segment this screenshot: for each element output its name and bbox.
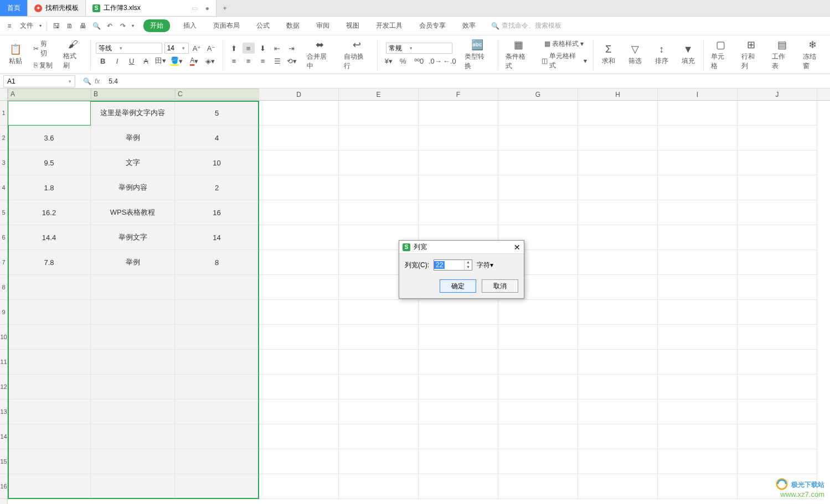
cell[interactable]	[175, 350, 259, 375]
cell[interactable]	[738, 101, 817, 126]
format-painter-button[interactable]: 🖌格式刷	[61, 38, 85, 71]
cell[interactable]: 这里是举例文字内容	[91, 101, 175, 126]
column-header[interactable]: D	[259, 89, 339, 100]
cell[interactable]	[339, 399, 419, 424]
row-header[interactable]: 14	[0, 424, 7, 449]
row-header[interactable]: 11	[0, 350, 7, 375]
cell[interactable]	[339, 424, 419, 449]
cell[interactable]	[259, 424, 339, 449]
column-header[interactable]: I	[658, 89, 738, 100]
ribbon-tab-insert[interactable]: 插入	[180, 19, 200, 32]
cell[interactable]	[658, 126, 738, 150]
cell[interactable]	[658, 325, 738, 350]
ribbon-tab-review[interactable]: 审阅	[313, 19, 333, 32]
cell[interactable]	[498, 175, 578, 200]
cell[interactable]	[578, 300, 658, 325]
cells-grid[interactable]: 5.4这里是举例文字内容53.6举例49.5文字101.8举例内容216.2WP…	[8, 101, 830, 504]
justify-icon[interactable]: ☰	[271, 55, 283, 66]
saveas-icon[interactable]: 🗎	[64, 20, 76, 32]
cell[interactable]	[175, 300, 259, 325]
cell[interactable]	[738, 225, 817, 250]
cell[interactable]	[419, 350, 498, 375]
align-bottom-icon[interactable]: ⬇	[257, 43, 269, 54]
cell[interactable]: 举例文字	[91, 225, 175, 250]
cell[interactable]	[175, 474, 259, 499]
align-middle-icon[interactable]: ≡	[243, 43, 255, 54]
cell[interactable]	[91, 325, 175, 350]
cell[interactable]	[8, 350, 91, 375]
freeze-button[interactable]: ❄冻结窗	[801, 38, 824, 72]
cell[interactable]	[738, 250, 817, 275]
fill-color-button[interactable]: 🪣▾	[169, 55, 184, 66]
close-icon[interactable]: ●	[205, 4, 209, 12]
cell[interactable]	[498, 325, 578, 350]
spin-up-icon[interactable]: ▲	[465, 260, 472, 265]
tab-menu-icon[interactable]: ▭	[192, 4, 198, 12]
cell[interactable]	[8, 449, 91, 474]
cell[interactable]	[738, 300, 817, 325]
paste-button[interactable]: 📋粘贴	[6, 42, 25, 67]
cell[interactable]	[8, 375, 91, 399]
ribbon-tab-view[interactable]: 视图	[343, 19, 363, 32]
redo-icon[interactable]: ↷	[117, 20, 129, 32]
row-header[interactable]: 16	[0, 474, 7, 499]
tab-template[interactable]: ✦ 找稻壳模板	[28, 0, 86, 16]
cell[interactable]	[738, 150, 817, 175]
align-top-icon[interactable]: ⬆	[228, 43, 240, 54]
cell[interactable]	[738, 275, 817, 300]
cell[interactable]	[498, 200, 578, 225]
cell[interactable]	[658, 449, 738, 474]
cell[interactable]	[578, 175, 658, 200]
cell[interactable]	[578, 225, 658, 250]
cell[interactable]	[259, 200, 339, 225]
row-header[interactable]: 6	[0, 225, 7, 250]
tab-workbook[interactable]: S 工作簿3.xlsx ▭ ●	[86, 0, 216, 16]
font-name-select[interactable]: 等线▾	[96, 43, 162, 54]
align-center-icon[interactable]: ≡	[243, 55, 255, 66]
cell[interactable]	[578, 126, 658, 150]
cell[interactable]	[738, 449, 817, 474]
cell[interactable]: 16.2	[8, 200, 91, 225]
cell[interactable]	[578, 275, 658, 300]
ribbon-tab-formula[interactable]: 公式	[253, 19, 273, 32]
cell[interactable]	[419, 325, 498, 350]
select-all-corner[interactable]	[0, 89, 8, 100]
table-style-button[interactable]: ▦表格样式▾	[543, 39, 585, 49]
cell[interactable]	[91, 449, 175, 474]
comma-icon[interactable]: ºº0	[411, 55, 427, 66]
strike-button[interactable]: A	[140, 55, 152, 66]
column-header[interactable]: J	[738, 89, 817, 100]
cell[interactable]	[339, 101, 419, 126]
cell[interactable]	[578, 150, 658, 175]
align-right-icon[interactable]: ≡	[257, 55, 269, 66]
bold-button[interactable]: B	[97, 55, 109, 66]
cell[interactable]	[578, 424, 658, 449]
new-tab-button[interactable]: +	[216, 0, 233, 16]
print-icon[interactable]: 🖶	[77, 20, 89, 32]
underline-button[interactable]: U	[126, 55, 138, 66]
sort-button[interactable]: ↕排序	[652, 43, 672, 67]
cell[interactable]	[658, 474, 738, 499]
cell[interactable]	[259, 275, 339, 300]
close-icon[interactable]: ✕	[514, 243, 520, 252]
cell[interactable]	[419, 200, 498, 225]
cell[interactable]	[738, 375, 817, 399]
command-search[interactable]: 🔍 查找命令、搜索模板	[491, 21, 561, 30]
decrease-font-icon[interactable]: A⁻	[205, 43, 218, 54]
cell[interactable]	[738, 399, 817, 424]
cell[interactable]	[259, 126, 339, 150]
cell[interactable]: 举例	[91, 126, 175, 150]
column-width-input[interactable]: 22 ▲▼	[434, 259, 472, 271]
cell[interactable]	[578, 250, 658, 275]
indent-left-icon[interactable]: ⇤	[271, 43, 283, 54]
cell[interactable]	[498, 449, 578, 474]
cell[interactable]	[498, 424, 578, 449]
cell[interactable]: 14.4	[8, 225, 91, 250]
cell-style-button[interactable]: ◫单元格样式▾	[540, 51, 588, 71]
cell[interactable]	[91, 300, 175, 325]
font-size-select[interactable]: 14▾	[164, 43, 189, 54]
cell[interactable]	[175, 449, 259, 474]
cell[interactable]	[578, 375, 658, 399]
italic-button[interactable]: I	[111, 55, 123, 66]
rowcol-button[interactable]: ⊞行和列	[739, 38, 763, 72]
